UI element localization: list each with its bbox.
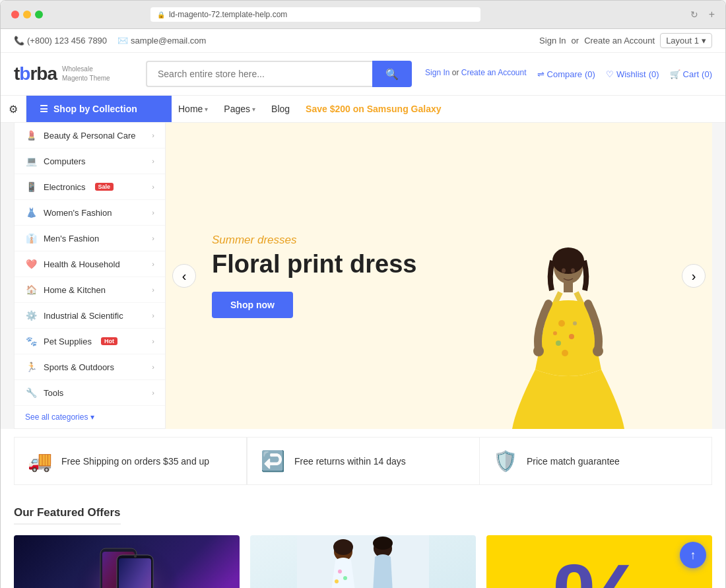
wishlist-link[interactable]: ♡ Wishlist (0) bbox=[606, 69, 659, 79]
svg-point-7 bbox=[573, 321, 577, 325]
dot-close[interactable] bbox=[11, 11, 19, 18]
sidebar-item-left-home: 🏠 Home & Kitchen bbox=[25, 284, 106, 296]
nav-link-pages[interactable]: Pages ▾ bbox=[217, 96, 262, 122]
menu-icon: ☰ bbox=[40, 104, 48, 114]
benefit-price-match: 🛡️ Price match guarantee bbox=[480, 438, 711, 484]
nav-link-blog[interactable]: Blog bbox=[265, 96, 296, 122]
pet-label: Pet Supplies bbox=[44, 337, 92, 346]
logo-sub1: Wholesale bbox=[62, 65, 110, 74]
sidebar-item-computers[interactable]: 💻 Computers › bbox=[15, 148, 165, 174]
health-label: Health & Household bbox=[44, 259, 120, 269]
sidebar-item-tools[interactable]: 🔧 Tools › bbox=[15, 380, 165, 406]
search-input[interactable] bbox=[146, 61, 372, 87]
logo-area: tbrba Wholesale Magento Theme bbox=[14, 63, 133, 84]
svg-point-8 bbox=[562, 350, 568, 356]
featured-grid: Galaxy S10+ Save $200 on Samsung Galaxy bbox=[14, 535, 712, 588]
sidebar-item-mens-fashion[interactable]: 👔 Men's Fashion › bbox=[15, 226, 165, 251]
chevron-home-kitchen: › bbox=[152, 286, 154, 294]
header-top-links: Sign In or Create an Account bbox=[425, 68, 526, 77]
electronics-icon: 📱 bbox=[25, 181, 37, 193]
sidebar-item-health[interactable]: ❤️ Health & Household › bbox=[15, 251, 165, 277]
shop-by-button[interactable]: ☰ Shop by Collection bbox=[26, 96, 172, 122]
featured-card-fashion[interactable]: Save 10% on Women's Dresses bbox=[250, 535, 476, 588]
svg-point-12 bbox=[562, 269, 566, 273]
svg-point-27 bbox=[343, 576, 347, 580]
tools-label: Tools bbox=[44, 388, 63, 398]
returns-text: Free returns within 14 days bbox=[294, 456, 406, 467]
sidebar-item-sports[interactable]: 🏃 Sports & Outdoors › bbox=[15, 354, 165, 380]
benefits-bar: 🚚 Free Shipping on orders $35 and up ↩️ … bbox=[14, 437, 712, 485]
nav-settings[interactable]: ⚙ bbox=[1, 96, 26, 122]
shipping-text: Free Shipping on orders $35 and up bbox=[61, 456, 209, 467]
cart-icon: 🛒 bbox=[670, 69, 680, 79]
svg-point-13 bbox=[571, 269, 575, 273]
phone-link[interactable]: 📞 (+800) 123 456 7890 bbox=[14, 36, 107, 46]
sidebar-item-womens-fashion[interactable]: 👗 Women's Fashion › bbox=[15, 200, 165, 226]
sidebar-item-electronics[interactable]: 📱 Electronics Sale › bbox=[15, 174, 165, 200]
scroll-top-button[interactable]: ↑ bbox=[680, 542, 706, 568]
sign-in-link[interactable]: Sign In bbox=[539, 36, 566, 46]
sidebar-item-left-pet: 🐾 Pet Supplies Hot bbox=[25, 335, 117, 347]
sports-label: Sports & Outdoors bbox=[44, 362, 114, 372]
logo[interactable]: tbrba Wholesale Magento Theme bbox=[14, 63, 110, 84]
compare-icon: ⇌ bbox=[537, 69, 544, 79]
nav-link-home[interactable]: Home ▾ bbox=[172, 96, 214, 122]
hero-subtitle: Summer dresses bbox=[212, 234, 416, 247]
hero-wrapper: 💄 Beauty & Personal Care › 💻 Computers ›… bbox=[1, 123, 725, 429]
chevron-home: ▾ bbox=[205, 106, 208, 113]
sidebar-item-left-health: ❤️ Health & Household bbox=[25, 258, 120, 270]
logo-sub2: Magento Theme bbox=[62, 74, 110, 83]
action-icons: ⇌ Compare (0) ♡ Wishlist (0) 🛒 Cart (0) bbox=[537, 69, 712, 79]
galaxy-card-image: Galaxy S10+ bbox=[14, 535, 240, 588]
create-account-link[interactable]: Create an Account bbox=[584, 36, 655, 46]
hero-next-button[interactable]: › bbox=[682, 264, 706, 288]
search-button[interactable]: 🔍 bbox=[372, 61, 412, 87]
sidebar-item-industrial[interactable]: ⚙️ Industrial & Scientific › bbox=[15, 303, 165, 329]
email-link[interactable]: ✉️ sample@email.com bbox=[117, 36, 206, 46]
new-tab-icon[interactable]: + bbox=[709, 9, 715, 20]
chevron-down-icon: ▾ bbox=[702, 36, 706, 46]
sidebar-item-left-mens: 👔 Men's Fashion bbox=[25, 232, 99, 244]
cart-label: Cart bbox=[683, 69, 700, 79]
sidebar-item-pet[interactable]: 🐾 Pet Supplies Hot › bbox=[15, 329, 165, 354]
create-account-header-link[interactable]: Create an Account bbox=[461, 68, 527, 77]
top-bar-right: Sign In or Create an Account Layout 1 ▾ bbox=[539, 33, 712, 48]
sidebar-item-left-sports: 🏃 Sports & Outdoors bbox=[25, 361, 114, 373]
home-kitchen-icon: 🏠 bbox=[25, 284, 37, 296]
sidebar-item-beauty[interactable]: 💄 Beauty & Personal Care › bbox=[15, 123, 165, 148]
address-bar[interactable]: 🔒 ld-magento-72.template-help.com bbox=[150, 7, 480, 22]
chevron-pages: ▾ bbox=[252, 106, 255, 113]
dot-maximize[interactable] bbox=[35, 11, 43, 18]
featured-card-deal[interactable]: % Shop Tech Deals bbox=[486, 535, 712, 588]
cart-count: (0) bbox=[702, 69, 712, 79]
see-all-categories[interactable]: See all categories ▾ bbox=[15, 406, 165, 428]
sign-in-header-link[interactable]: Sign In bbox=[425, 68, 449, 77]
reload-icon[interactable]: ↻ bbox=[690, 9, 698, 20]
settings-icon[interactable]: ⚙ bbox=[9, 103, 18, 115]
svg-point-32 bbox=[373, 537, 393, 550]
home-kitchen-label: Home & Kitchen bbox=[44, 285, 106, 295]
layout-selector[interactable]: Layout 1 ▾ bbox=[660, 33, 712, 48]
layout-label: Layout 1 bbox=[666, 36, 699, 46]
hero-prev-button[interactable]: ‹ bbox=[172, 264, 196, 288]
chevron-womens: › bbox=[152, 209, 154, 216]
search-area: 🔍 bbox=[146, 61, 412, 87]
sports-icon: 🏃 bbox=[25, 361, 37, 373]
featured-card-galaxy[interactable]: Galaxy S10+ Save $200 on Samsung Galaxy bbox=[14, 535, 240, 588]
pages-label: Pages bbox=[224, 104, 250, 114]
pet-icon: 🐾 bbox=[25, 335, 37, 347]
hero-title: Floral print dress bbox=[212, 251, 416, 278]
svg-point-4 bbox=[558, 320, 565, 327]
sidebar-item-left-tools: 🔧 Tools bbox=[25, 387, 63, 399]
svg-point-2 bbox=[552, 247, 584, 274]
chevron-see-all: ▾ bbox=[90, 412, 94, 422]
dot-minimize[interactable] bbox=[23, 11, 31, 18]
benefit-shipping: 🚚 Free Shipping on orders $35 and up bbox=[15, 438, 247, 484]
compare-link[interactable]: ⇌ Compare (0) bbox=[537, 69, 595, 79]
sidebar-item-home-kitchen[interactable]: 🏠 Home & Kitchen › bbox=[15, 277, 165, 303]
computers-icon: 💻 bbox=[25, 155, 37, 167]
nav-link-purchase-theme[interactable]: Save $200 on Samsung Galaxy bbox=[299, 96, 447, 122]
hero-cta-button[interactable]: Shop now bbox=[212, 292, 293, 318]
cart-link[interactable]: 🛒 Cart (0) bbox=[670, 69, 712, 79]
svg-point-11 bbox=[593, 346, 603, 356]
